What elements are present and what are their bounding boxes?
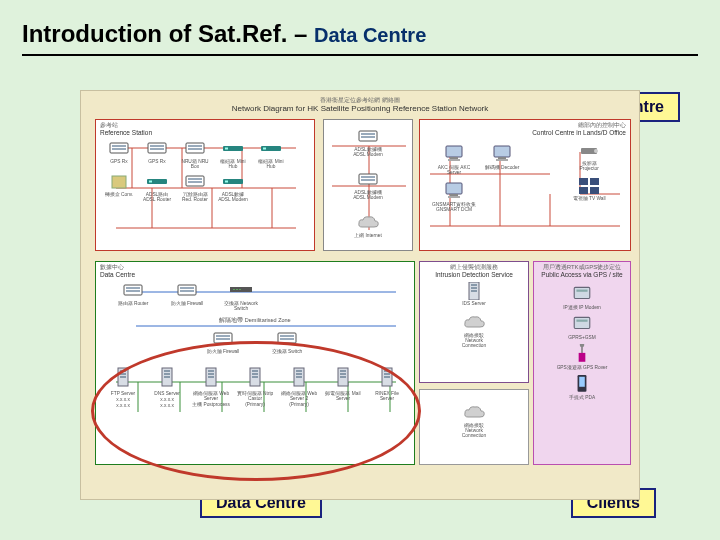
device-label: ADSL路由 ADSL Router [140,192,174,202]
rack-icon [184,173,206,191]
ref-title-zh: 參考站 [100,122,310,129]
title-underline [22,54,698,56]
device-label: RINEX File Server [368,391,406,401]
dc-server-5: 郵電伺服器 Mail Server [324,364,362,408]
panel-data-centre: 數據中心 Data Centre 路由器 Router防火牆 Firewall交… [95,261,415,465]
device-label: 郵電伺服器 Mail Server [324,391,362,401]
cli-item-0: IP連接 IP Modem [542,284,622,310]
panel-reference-station: 參考站 Reference Station GPS RxGPS RxNRU箱 N… [95,119,315,251]
rack-icon [276,330,298,348]
device-label: GPS漫遊器 GPS Rover [557,365,608,370]
ref-item-2: NRU箱 NRU Box [178,140,212,169]
panel-network-connection: 網絡接駁 Network Connection [419,389,529,465]
device-label: 防火牆 Firewall [171,301,204,306]
dc-server-4: 網絡伺服器 Web Server 2(Primary) [280,364,318,408]
ctrl-item-r-0: 投影器 Projector [572,142,606,171]
rack-icon [184,140,206,158]
monitor-icon [491,142,513,164]
server-icon [288,364,310,390]
cli-title-en: Public Access via GPS / site [538,271,626,278]
device-label: 網絡伺服器 Web Server [192,391,230,401]
device-label: 網絡接駁 Network Connection [457,333,491,348]
gap-item-2: 上網 Internet [351,214,385,238]
rack-icon [176,282,198,300]
device-label: GPS Rx [110,159,127,164]
gap-item-0: ADSL數據機 ADSL Modem [351,128,385,157]
device-label: ADSL數據機 ADSL Modem [351,190,385,200]
dc-server-0: FTP Serverx.x.x.xx.x.x.x [104,364,142,408]
dc-top-item-1: 防火牆 Firewall [170,282,204,311]
device-label: 實時伺服器 Ntrip Castor [236,391,274,401]
device-label: 冗餘路由器 Red. Router [178,192,212,202]
dc-top-item-0: 路由器 Router [116,282,150,311]
device-label: 轉接盒 Conv. [105,192,134,197]
ids-title-zh: 網上侵襲偵測服務 [424,264,524,271]
projector-icon [578,142,600,160]
modem-icon [569,284,595,304]
flatrack-icon [222,173,244,191]
ref-item-3: 樞紐器 Mini Hub [216,140,250,169]
title-sub: Data Centre [314,24,426,46]
dc-server-3: 實時伺服器 Ntrip Castor(Primary) [236,364,274,408]
ctrl-item-r-1: 電視牆 TV Wall [572,177,606,201]
ctrl-title-en: Control Centre in Lands/D Office [424,129,626,136]
device-label: 樞紐器 Mini Hub [216,159,250,169]
title-main: Introduction of Sat.Ref. – [22,20,314,47]
device-label: 交換器 Network Switch [224,301,258,311]
cli-item-1: GPRS+GSM [542,314,622,340]
flatrack-icon [146,173,168,191]
device-label: 手提式 PDA [569,395,595,400]
server-icon [463,282,485,300]
device-label: ADSL數據機 ADSL Modem [351,147,385,157]
device-label: 樞紐器 Mini Hub [254,159,288,169]
device-label: DNS Server [154,391,180,396]
ids-item-1: 網絡接駁 Network Connection [457,314,491,348]
ref-item-8: ADSL數據 ADSL Modem [216,173,250,202]
diagram-header-en: Network Diagram for HK Satellite Positio… [81,104,639,114]
panel-clients: 用戶透過RTK或GPS徒步定位 Public Access via GPS / … [533,261,631,465]
cli-item-3: 手提式 PDA [542,374,622,400]
rack-icon [146,140,168,158]
ctrl-item-0: AKC 伺服 AKC Server [432,142,476,175]
rack-icon [108,140,130,158]
rack-icon [122,282,144,300]
ref-item-5: 轉接盒 Conv. [102,173,136,202]
panel-control-centre: 總部內的控制中心 Control Centre in Lands/D Offic… [419,119,631,251]
dc-server-1: DNS Serverx.x.x.xx.x.x.x [148,364,186,408]
ctrl-title-zh: 總部內的控制中心 [424,122,626,129]
device-label: 網絡伺服器 Web Server 2 [280,391,318,401]
diagram-header-zh: 香港衞星定位參考站網 網絡圖 [81,97,639,104]
server-icon [376,364,398,390]
gap-item-1: ADSL數據機 ADSL Modem [351,171,385,200]
device-label: 交換器 Switch [272,349,302,354]
device-label: IDS Server [462,301,485,306]
device-label: 電視牆 TV Wall [573,196,606,201]
diagram-header: 香港衞星定位參考站網 網絡圖 Network Diagram for HK Sa… [81,97,639,114]
monitor-icon [443,179,465,201]
monitor-icon [443,142,465,164]
server-icon [156,364,178,390]
rover-icon [569,344,595,364]
dc-server-6: RINEX File Server [368,364,406,408]
device-label: 網絡接駁 Network Connection [457,423,491,438]
pda-icon [569,374,595,394]
device-label: GNSMART資料收集 GNSMART DCM [432,202,476,212]
ctrl-item-1: 解碼機 Decoder [480,142,524,175]
modem-icon [569,314,595,334]
device-label: 路由器 Router [118,301,149,306]
server-icon [200,364,222,390]
dc-top-item-2: 交換器 Network Switch [224,282,258,311]
ref-item-6: ADSL路由 ADSL Router [140,173,174,202]
cloud-icon [463,314,485,332]
device-label: 上網 Internet [354,233,382,238]
server-icon [112,364,134,390]
ref-item-0: GPS Rx [102,140,136,169]
device-label: FTP Server [111,391,135,396]
network-diagram: 香港衞星定位參考站網 網絡圖 Network Diagram for HK Sa… [80,90,640,500]
cli-item-2: GPS漫遊器 GPS Rover [542,344,622,370]
cloud-icon [463,404,485,422]
ids-item-0: IDS Server [457,282,491,306]
dc-mid-item-1: 交換器 Switch [270,330,304,354]
server-icon [244,364,266,390]
device-label: AKC 伺服 AKC Server [432,165,476,175]
